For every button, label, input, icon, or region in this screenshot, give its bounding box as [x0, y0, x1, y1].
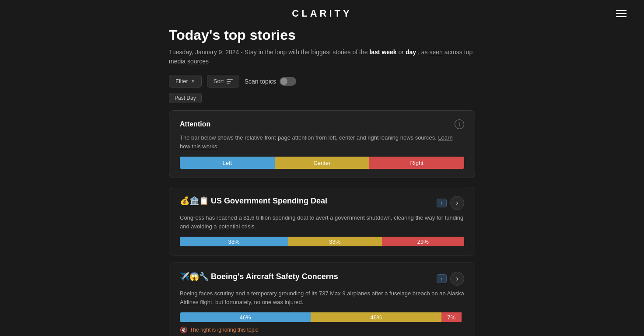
- toggle-knob: [280, 78, 287, 85]
- controls-bar: Filter ▼ Sort Scan topics: [169, 75, 475, 88]
- bar-right: Right: [369, 157, 464, 169]
- attention-bar: Left Center Right: [180, 157, 464, 169]
- story-1-left-pct: 38%: [228, 238, 239, 245]
- hamburger-menu-icon[interactable]: [616, 10, 626, 17]
- page-title: Today's top stories: [169, 27, 475, 43]
- time-badge[interactable]: Past Day: [169, 93, 202, 103]
- bar-left: Left: [180, 157, 275, 169]
- subtitle-bold-day: day: [406, 49, 416, 56]
- story-2-title-text: Boeing's Aircraft Safety Concerns: [211, 272, 338, 281]
- bar-right-label: Right: [410, 160, 423, 166]
- story-2-bar-center: 46%: [311, 312, 441, 322]
- subtitle-sources-link[interactable]: sources: [187, 58, 209, 65]
- story-2-controls: ↑ ›: [437, 272, 465, 286]
- story-1-controls: ↑ ›: [437, 196, 465, 210]
- header: CLARITY: [0, 0, 644, 27]
- scan-topics-control: Scan topics: [245, 77, 296, 86]
- story-1-title: 💰🏦📋 US Government Spending Deal: [180, 196, 430, 206]
- story-2-trending-badge: ↑: [437, 274, 447, 283]
- attention-header: Attention i: [180, 119, 464, 129]
- warning-text: The right is ignoring this topic: [190, 327, 258, 333]
- attention-description: The bar below shows the relative front-p…: [180, 133, 464, 150]
- story-1-title-text: US Government Spending Deal: [211, 196, 327, 205]
- story-card: ✈️😱🔧 Boeing's Aircraft Safety Concerns ↑…: [169, 262, 475, 336]
- story-1-right-pct: 29%: [417, 238, 429, 245]
- story-1-description: Congress has reached a $1.6 trillion spe…: [180, 214, 464, 231]
- bar-center-label: Center: [313, 160, 330, 166]
- warning-icon: 🔇: [180, 326, 187, 333]
- logo: CLARITY: [292, 8, 352, 19]
- story-2-right-pct: 7%: [447, 314, 455, 321]
- story-1-trending-badge: ↑: [437, 199, 447, 207]
- story-1-bar-center: 33%: [288, 237, 382, 246]
- subtitle-text: - Stay in the loop with the biggest stor…: [241, 49, 369, 56]
- subtitle-date: Tuesday, January 9, 2024: [169, 49, 239, 56]
- story-2-header: ✈️😱🔧 Boeing's Aircraft Safety Concerns ↑…: [180, 272, 464, 286]
- story-2-title: ✈️😱🔧 Boeing's Aircraft Safety Concerns: [180, 272, 430, 281]
- scan-topics-toggle[interactable]: [280, 77, 296, 86]
- sort-label: Sort: [214, 78, 224, 84]
- filter-arrow-icon: ▼: [191, 79, 195, 84]
- sort-lines-icon: [227, 79, 233, 84]
- bar-center: Center: [275, 157, 370, 169]
- story-2-bar-left: 46%: [180, 312, 311, 322]
- story-2-left-pct: 46%: [239, 314, 251, 321]
- attention-card: Attention i The bar below shows the rela…: [169, 110, 475, 178]
- story-1-bar-left: 38%: [180, 237, 288, 246]
- story-1-chevron-button[interactable]: ›: [450, 196, 464, 210]
- sort-button[interactable]: Sort: [207, 75, 239, 88]
- info-icon[interactable]: i: [455, 119, 464, 129]
- subtitle-bold-week: last week: [369, 49, 396, 56]
- story-2-chevron-button[interactable]: ›: [450, 272, 464, 286]
- story-1-bar-right: 29%: [382, 237, 465, 246]
- story-2-bar-right: 7%: [441, 312, 462, 322]
- attention-desc-text: The bar below shows the relative front-p…: [180, 134, 438, 141]
- subtitle-or: or: [399, 49, 406, 56]
- story-1-header: 💰🏦📋 US Government Spending Deal ↑ ›: [180, 196, 464, 210]
- story-1-bar: 38% 33% 29%: [180, 237, 464, 246]
- story-1-center-pct: 33%: [329, 238, 340, 245]
- stories-list: 💰🏦📋 US Government Spending Deal ↑ › Cong…: [169, 187, 475, 336]
- filter-button[interactable]: Filter ▼: [169, 75, 202, 88]
- story-2-description: Boeing faces scrutiny and a temporary gr…: [180, 289, 464, 306]
- main-content: Today's top stories Tuesday, January 9, …: [160, 27, 484, 336]
- filter-label: Filter: [175, 78, 188, 84]
- attention-title: Attention: [180, 120, 210, 128]
- subtitle-seen-link[interactable]: seen: [429, 49, 442, 56]
- story-2-emoji: ✈️😱🔧: [180, 272, 209, 281]
- story-2-bar: 46% 46% 7%: [180, 312, 464, 322]
- subtitle-seen-text: , as: [418, 49, 429, 56]
- bar-left-label: Left: [222, 160, 232, 166]
- story-2-center-pct: 46%: [370, 314, 382, 321]
- story-2-warning: 🔇 The right is ignoring this topic: [180, 326, 464, 333]
- subtitle: Tuesday, January 9, 2024 - Stay in the l…: [169, 48, 475, 66]
- story-1-emoji: 💰🏦📋: [180, 196, 209, 205]
- story-card: 💰🏦📋 US Government Spending Deal ↑ › Cong…: [169, 187, 475, 256]
- scan-topics-label: Scan topics: [245, 78, 276, 85]
